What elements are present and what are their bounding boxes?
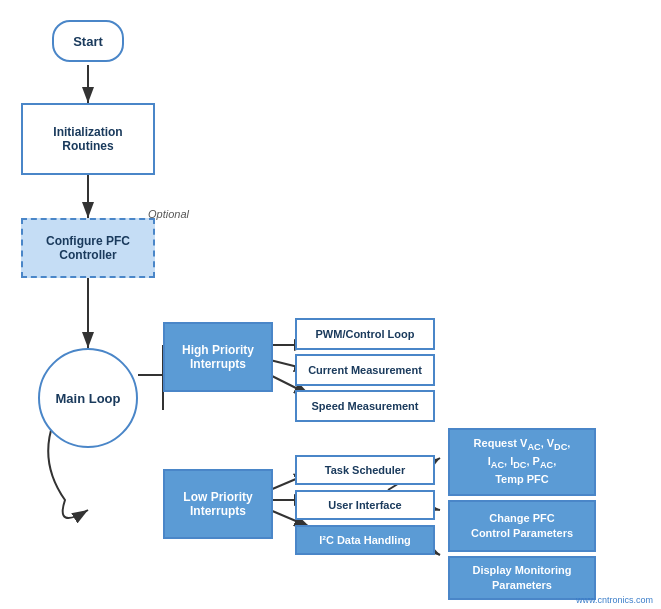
low-priority-shape: Low PriorityInterrupts — [163, 469, 273, 539]
change-pfc-label: Change PFCControl Parameters — [471, 511, 573, 542]
current-label: Current Measurement — [308, 364, 422, 376]
watermark: www.cntronics.com — [576, 595, 653, 605]
start-shape: Start — [52, 20, 124, 62]
speed-label: Speed Measurement — [312, 400, 419, 412]
user-interface-label: User Interface — [328, 499, 401, 511]
display-shape: Display MonitoringParameters — [448, 556, 596, 600]
configure-pfc-shape: Configure PFCController — [21, 218, 155, 278]
high-priority-label: High PriorityInterrupts — [182, 343, 254, 371]
pwm-shape: PWM/Control Loop — [295, 318, 435, 350]
start-label: Start — [73, 34, 103, 49]
configure-pfc-label: Configure PFCController — [46, 234, 130, 262]
low-priority-label: Low PriorityInterrupts — [183, 490, 252, 518]
speed-shape: Speed Measurement — [295, 390, 435, 422]
display-label: Display MonitoringParameters — [473, 563, 572, 594]
task-scheduler-shape: Task Scheduler — [295, 455, 435, 485]
i2c-shape: I²C Data Handling — [295, 525, 435, 555]
request-vac-label: Request VAC, VDC,IAC, IDC, PAC,Temp PFC — [474, 436, 571, 487]
init-label: InitializationRoutines — [53, 125, 122, 153]
main-loop-label: Main Loop — [56, 391, 121, 406]
diagram: Start InitializationRoutines Optional Co… — [0, 0, 661, 609]
init-routines-shape: InitializationRoutines — [21, 103, 155, 175]
change-pfc-shape: Change PFCControl Parameters — [448, 500, 596, 552]
user-interface-shape: User Interface — [295, 490, 435, 520]
request-vac-shape: Request VAC, VDC,IAC, IDC, PAC,Temp PFC — [448, 428, 596, 496]
pwm-label: PWM/Control Loop — [316, 328, 415, 340]
main-loop-shape: Main Loop — [38, 348, 138, 448]
current-shape: Current Measurement — [295, 354, 435, 386]
i2c-label: I²C Data Handling — [319, 534, 411, 546]
task-scheduler-label: Task Scheduler — [325, 464, 406, 476]
high-priority-shape: High PriorityInterrupts — [163, 322, 273, 392]
